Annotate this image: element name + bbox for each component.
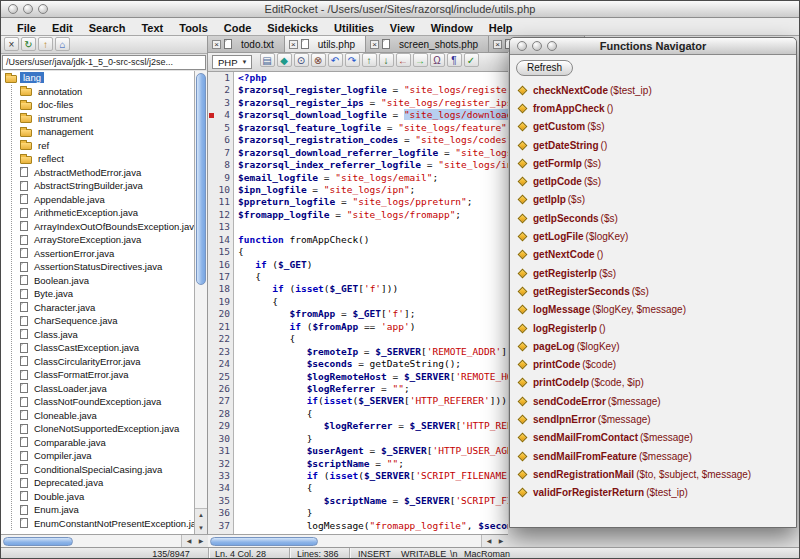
- tree-file-item[interactable]: ClassCircularityError.java: [18, 355, 194, 369]
- close-browser-icon[interactable]: ×: [4, 37, 19, 51]
- function-item[interactable]: getDateString(): [516, 136, 796, 154]
- menu-file[interactable]: File: [9, 20, 44, 34]
- previous-icon[interactable]: ↑: [362, 53, 377, 67]
- tree-folder-item[interactable]: annotation: [18, 85, 194, 99]
- shift-right-icon[interactable]: →: [413, 53, 428, 67]
- shift-left-icon[interactable]: ←: [396, 53, 411, 67]
- scrollbar-arrows[interactable]: ◀▶: [181, 535, 208, 547]
- function-item[interactable]: fromAppCheck(): [516, 99, 796, 117]
- tree-file-item[interactable]: Enum.java: [18, 503, 194, 517]
- tab-utils-php[interactable]: ×utils.php: [285, 36, 366, 52]
- title-bar[interactable]: EditRocket - /Users/user/Sites/razorsql/…: [1, 1, 799, 18]
- tree-file-item[interactable]: CharSequence.java: [18, 314, 194, 328]
- snippet-icon[interactable]: ◆: [277, 53, 292, 67]
- function-item[interactable]: getNextCode(): [516, 246, 796, 264]
- scrollbar-thumb[interactable]: [196, 73, 206, 285]
- tree-file-item[interactable]: ArrayIndexOutOfBoundsException.java: [18, 220, 194, 234]
- function-item[interactable]: sendMailFromFeature ($message): [516, 447, 796, 465]
- editor-code[interactable]: <?php$razorsql_register_logfile = "site_…: [235, 72, 508, 534]
- tree-file-item[interactable]: AssertionStatusDirectives.java: [18, 260, 194, 274]
- tree-file-item[interactable]: AbstractStringBuilder.java: [18, 179, 194, 193]
- next-icon[interactable]: ↓: [379, 53, 394, 67]
- tab-close-icon[interactable]: ×: [493, 40, 502, 49]
- function-item[interactable]: getLogFile($logKey): [516, 227, 796, 245]
- function-item[interactable]: logRegisterIp(): [516, 319, 796, 337]
- tree-file-item[interactable]: AbstractMethodError.java: [18, 166, 194, 180]
- menu-edit[interactable]: Edit: [44, 20, 81, 34]
- tree-file-item[interactable]: ArrayStoreException.java: [18, 233, 194, 247]
- menu-tools[interactable]: Tools: [171, 20, 216, 34]
- tree-file-item[interactable]: CloneNotSupportedException.java: [18, 422, 194, 436]
- replace-icon[interactable]: ⊗: [311, 53, 326, 67]
- tree-file-item[interactable]: Appendable.java: [18, 193, 194, 207]
- tree-file-item[interactable]: ClassCastException.java: [18, 341, 194, 355]
- find-icon[interactable]: ⊙: [294, 53, 309, 67]
- refresh-button[interactable]: Refresh: [516, 60, 573, 76]
- tree-file-item[interactable]: EnumConstantNotPresentException.java: [18, 517, 194, 531]
- redo-icon[interactable]: ↷: [345, 53, 360, 67]
- function-item[interactable]: printCodeIp ($code, $ip): [516, 374, 796, 392]
- function-item[interactable]: printCode ($code): [516, 355, 796, 373]
- function-item[interactable]: validForRegisterReturn ($test_ip): [516, 484, 796, 502]
- menu-utilities[interactable]: Utilities: [326, 20, 382, 34]
- tree-file-item[interactable]: Deprecated.java: [18, 476, 194, 490]
- tree-folder-item[interactable]: instrument: [18, 112, 194, 126]
- function-item[interactable]: sendMailFromContact ($message): [516, 429, 796, 447]
- tree-folder-item[interactable]: reflect: [18, 152, 194, 166]
- tree-file-item[interactable]: ConditionalSpecialCasing.java: [18, 463, 194, 477]
- menu-help[interactable]: Help: [481, 20, 521, 34]
- tree-file-item[interactable]: Byte.java: [18, 287, 194, 301]
- tree-file-item[interactable]: Double.java: [18, 490, 194, 504]
- menu-window[interactable]: Window: [423, 20, 481, 34]
- function-item[interactable]: getIpSeconds($s): [516, 209, 796, 227]
- function-item[interactable]: logMessage ($logKey, $message): [516, 301, 796, 319]
- tree-file-item[interactable]: ArithmeticException.java: [18, 206, 194, 220]
- function-item[interactable]: sendCodeError ($message): [516, 392, 796, 410]
- function-item[interactable]: getRegisterSeconds($s): [516, 282, 796, 300]
- home-icon[interactable]: ⌂: [55, 37, 70, 51]
- tree-file-item[interactable]: ClassNotFoundException.java: [18, 395, 194, 409]
- tab-close-icon[interactable]: ×: [212, 40, 221, 49]
- scrollbar-thumb[interactable]: [210, 537, 318, 546]
- tab-close-icon[interactable]: ×: [370, 40, 379, 49]
- function-item[interactable]: getIpCode($s): [516, 172, 796, 190]
- menu-view[interactable]: View: [382, 20, 423, 34]
- special-chars-icon[interactable]: Ω: [430, 53, 445, 67]
- undo-icon[interactable]: ↶: [328, 53, 343, 67]
- tree-file-item[interactable]: AssertionError.java: [18, 247, 194, 261]
- tab-close-icon[interactable]: ×: [289, 40, 298, 49]
- tree-file-item[interactable]: ClassLoader.java: [18, 382, 194, 396]
- tree-root-item[interactable]: lang: [1, 71, 194, 85]
- menu-code[interactable]: Code: [216, 20, 260, 34]
- tab-screen-shots-php[interactable]: ×screen_shots.php: [366, 36, 489, 52]
- tree-folder-item[interactable]: ref: [18, 139, 194, 153]
- function-item[interactable]: sendIpnError ($message): [516, 410, 796, 428]
- tree-folder-item[interactable]: doc-files: [18, 98, 194, 112]
- check-icon[interactable]: ✓: [464, 53, 479, 67]
- browser-horizontal-scrollbar[interactable]: ◀▶: [1, 534, 208, 547]
- function-item[interactable]: checkNextCode ($test_ip): [516, 81, 796, 99]
- function-item[interactable]: pageLog ($logKey): [516, 337, 796, 355]
- up-directory-icon[interactable]: ↑: [38, 37, 53, 51]
- menu-sidekicks[interactable]: Sidekicks: [259, 20, 326, 34]
- editor-horizontal-scrollbar[interactable]: ◀▶: [208, 534, 508, 547]
- function-item[interactable]: getRegisterIp($s): [516, 264, 796, 282]
- menu-search[interactable]: Search: [81, 20, 134, 34]
- language-select[interactable]: PHP ▼: [212, 55, 252, 69]
- tree-file-item[interactable]: Character.java: [18, 301, 194, 315]
- browser-path-field[interactable]: /Users/user/java/jdk-1_5_0-src-scsl/j2se…: [2, 55, 206, 70]
- tree-file-item[interactable]: Class.java: [18, 328, 194, 342]
- tree-file-item[interactable]: Boolean.java: [18, 274, 194, 288]
- function-item[interactable]: getCustom($s): [516, 118, 796, 136]
- paragraph-icon[interactable]: ¶: [447, 53, 462, 67]
- function-item[interactable]: sendRegistrationMail ($to, $subject, $me…: [516, 465, 796, 483]
- scrollbar-thumb[interactable]: [3, 537, 73, 546]
- scrollbar-arrows[interactable]: ▲▼: [195, 508, 207, 534]
- new-document-icon[interactable]: ▤: [260, 53, 275, 67]
- tab-todo-txt[interactable]: ×todo.txt: [208, 36, 285, 52]
- tree-folder-item[interactable]: management: [18, 125, 194, 139]
- browser-vertical-scrollbar[interactable]: ▲▼: [194, 71, 207, 534]
- refresh-icon[interactable]: ↻: [21, 37, 36, 51]
- functions-navigator-titlebar[interactable]: Functions Navigator: [510, 38, 796, 55]
- function-item[interactable]: getFormIp($s): [516, 154, 796, 172]
